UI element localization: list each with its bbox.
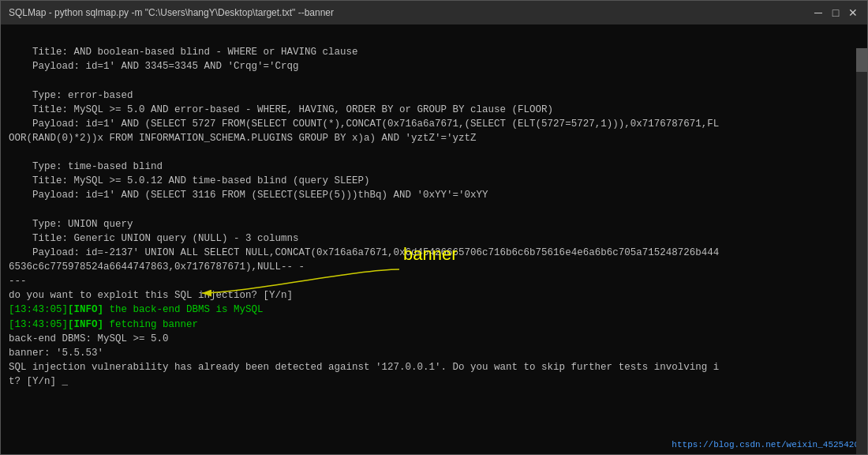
annotation-arrow — [198, 265, 403, 297]
line20-tag: [INFO] — [68, 319, 103, 330]
line19-tag: [INFO] — [68, 304, 103, 315]
line19-text: the back-end DBMS is MySQL — [103, 304, 264, 315]
line-1: Title: AND boolean-based blind - WHERE o… — [9, 47, 358, 58]
line-10: Title: MySQL >= 5.0.12 AND time-based bl… — [9, 175, 370, 186]
line20-text: fetching banner — [103, 319, 198, 330]
line-5: Title: MySQL >= 5.0 AND error-based - WH… — [9, 104, 553, 115]
scrollbar-thumb[interactable] — [856, 48, 867, 72]
terminal: Title: AND boolean-based blind - WHERE o… — [1, 24, 867, 454]
window: SQLMap - python sqlmap.py -m "C:\Users\h… — [0, 0, 868, 455]
line-22: banner: '5.5.53' — [9, 348, 103, 359]
maximize-button[interactable]: □ — [829, 6, 842, 19]
line-21: back-end DBMS: MySQL >= 5.0 — [9, 333, 169, 344]
line-23: SQL injection vulnerability has already … — [9, 362, 719, 373]
line-11: Payload: id=1' AND (SELECT 3116 FROM (SE… — [9, 190, 488, 201]
line-17: --- — [9, 276, 27, 287]
window-title: SQLMap - python sqlmap.py -m "C:\Users\h… — [9, 7, 334, 18]
line-24: t? [Y/n] _ — [9, 376, 68, 387]
line-19: [13:43:05][INFO] the back-end DBMS is My… — [9, 304, 264, 315]
window-controls: ─ □ ✕ — [812, 6, 859, 19]
minimize-button[interactable]: ─ — [812, 6, 825, 19]
line-14: Title: Generic UNION query (NULL) - 3 co… — [9, 233, 299, 244]
line-4: Type: error-based — [9, 90, 133, 101]
line-15: Payload: id=-2137' UNION ALL SELECT NULL… — [9, 247, 719, 258]
line-6: Payload: id=1' AND (SELECT 5727 FROM(SEL… — [9, 118, 719, 130]
line19-time: [13:43:05] — [9, 304, 68, 315]
line20-time: [13:43:05] — [9, 319, 68, 330]
line-7: OOR(RAND(0)*2))x FROM INFORMATION_SCHEMA… — [9, 133, 477, 144]
line-20: [13:43:05][INFO] fetching banner — [9, 319, 198, 330]
terminal-output: Title: AND boolean-based blind - WHERE o… — [9, 31, 859, 403]
close-button[interactable]: ✕ — [847, 6, 859, 19]
footer-url: https://blog.csdn.net/weixin_4525420 — [672, 440, 859, 449]
banner-annotation-label: banner — [403, 244, 458, 265]
line-13: Type: UNION query — [9, 219, 133, 230]
line-9: Type: time-based blind — [9, 161, 163, 172]
scrollbar[interactable] — [856, 48, 867, 454]
titlebar: SQLMap - python sqlmap.py -m "C:\Users\h… — [1, 1, 867, 24]
line-2: Payload: id=1' AND 3345=3345 AND 'Crqg'=… — [9, 61, 299, 72]
